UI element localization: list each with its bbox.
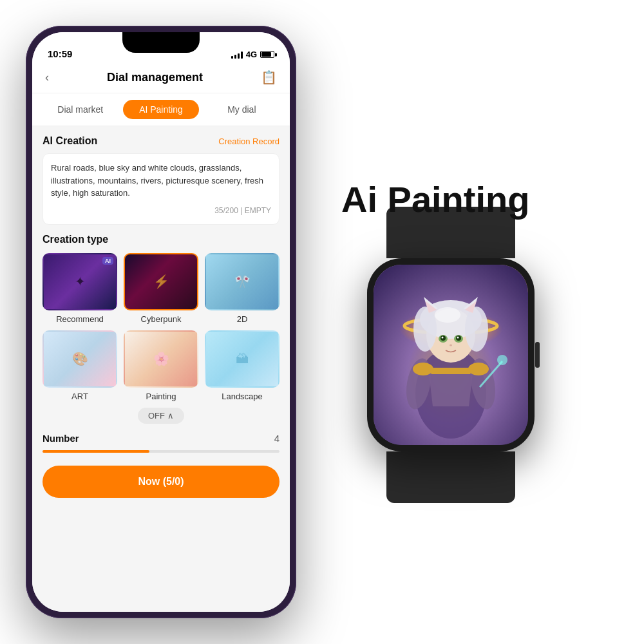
type-thumb-painting: 🌸: [124, 330, 198, 388]
clipboard-icon[interactable]: 📋: [261, 70, 277, 85]
svg-point-25: [413, 363, 433, 375]
type-thumb-landscape: 🏔: [205, 330, 279, 388]
tab-dial-market[interactable]: Dial market: [43, 100, 118, 119]
svg-point-17: [450, 344, 452, 346]
prompt-text-area[interactable]: Rural roads, blue sky and white clouds, …: [43, 153, 279, 225]
app-header: ‹ Dial management 📋: [32, 63, 290, 93]
type-item-2d[interactable]: 🎌 2D: [205, 253, 279, 324]
signal-icon: [231, 51, 243, 59]
toggle-button[interactable]: OFF ∧: [138, 408, 184, 424]
slider-fill: [43, 450, 149, 453]
type-label-painting: Painting: [146, 392, 176, 401]
phone-frame: 10:59 4G ‹: [26, 26, 296, 618]
toggle-label: OFF: [148, 411, 165, 421]
type-item-landscape[interactable]: 🏔 Landscape: [205, 330, 279, 401]
prompt-text: Rural roads, blue sky and white clouds, …: [51, 163, 263, 198]
tab-my-dial[interactable]: My dial: [204, 100, 279, 119]
type-item-painting[interactable]: 🌸 Painting: [124, 330, 198, 401]
text-counter: 35/200 | EMPTY: [51, 205, 271, 216]
svg-marker-5: [428, 368, 473, 374]
type-label-landscape: Landscape: [222, 392, 263, 401]
number-value: 4: [274, 433, 279, 444]
type-item-cyberpunk[interactable]: ⚡ Cyberpunk: [124, 253, 198, 324]
number-label: Number: [43, 433, 79, 444]
watch-body: [367, 258, 535, 451]
type-label-cyberpunk: Cyberpunk: [141, 314, 182, 324]
type-thumb-recommend: ✦ AI: [43, 253, 117, 310]
type-thumb-art: 🎨: [43, 330, 117, 388]
svg-point-8: [413, 307, 437, 352]
type-grid: ✦ AI Recommend ⚡ Cyberpunk: [43, 253, 279, 401]
right-side: Ai Painting: [341, 154, 618, 490]
type-label-art: ART: [71, 392, 88, 401]
svg-point-15: [442, 336, 444, 338]
ai-creation-header: AI Creation Creation Record: [43, 135, 279, 147]
number-row: Number 4: [43, 433, 279, 444]
watch-crown-button: [535, 342, 540, 368]
svg-point-23: [468, 363, 489, 375]
watch-screen: [374, 265, 528, 445]
battery-fill: [261, 52, 271, 57]
svg-point-10: [435, 307, 460, 323]
smartwatch: [341, 245, 560, 490]
type-item-art[interactable]: 🎨 ART: [43, 330, 117, 401]
screen-content: ‹ Dial management 📋 Dial market AI Paint…: [32, 63, 290, 612]
back-button[interactable]: ‹: [45, 71, 49, 84]
type-item-recommend[interactable]: ✦ AI Recommend: [43, 253, 117, 324]
watch-band-bottom: [386, 451, 515, 503]
tab-ai-painting[interactable]: AI Painting: [123, 100, 198, 119]
header-title: Dial management: [107, 71, 203, 84]
now-button[interactable]: Now (5/0): [43, 466, 279, 498]
svg-point-27: [497, 355, 507, 365]
svg-point-9: [465, 307, 488, 352]
phone-device: 10:59 4G ‹: [26, 26, 296, 618]
phone-screen: 10:59 4G ‹: [32, 32, 290, 612]
ai-painting-title: Ai Painting: [341, 180, 529, 220]
battery-icon: [260, 51, 274, 58]
watch-character-art: [374, 265, 528, 445]
svg-point-16: [457, 336, 459, 338]
toggle-row: OFF ∧: [43, 408, 279, 424]
type-label-recommend: Recommend: [56, 314, 104, 324]
type-thumb-cyberpunk: ⚡: [124, 253, 198, 310]
phone-notch: [122, 32, 200, 53]
app-body: AI Creation Creation Record Rural roads,…: [32, 126, 290, 507]
ai-badge: AI: [102, 257, 113, 265]
ai-creation-title: AI Creation: [43, 135, 97, 147]
network-label: 4G: [246, 50, 257, 59]
number-slider[interactable]: [43, 450, 279, 453]
creation-type-title: Creation type: [43, 234, 279, 245]
type-label-2d: 2D: [237, 314, 248, 324]
creation-record-link[interactable]: Creation Record: [218, 137, 279, 146]
toggle-chevron-icon: ∧: [167, 411, 174, 421]
type-thumb-2d: 🎌: [205, 253, 279, 310]
status-icons: 4G: [231, 50, 274, 59]
status-time: 10:59: [48, 48, 72, 59]
tabs-row: Dial market AI Painting My dial: [32, 93, 290, 126]
